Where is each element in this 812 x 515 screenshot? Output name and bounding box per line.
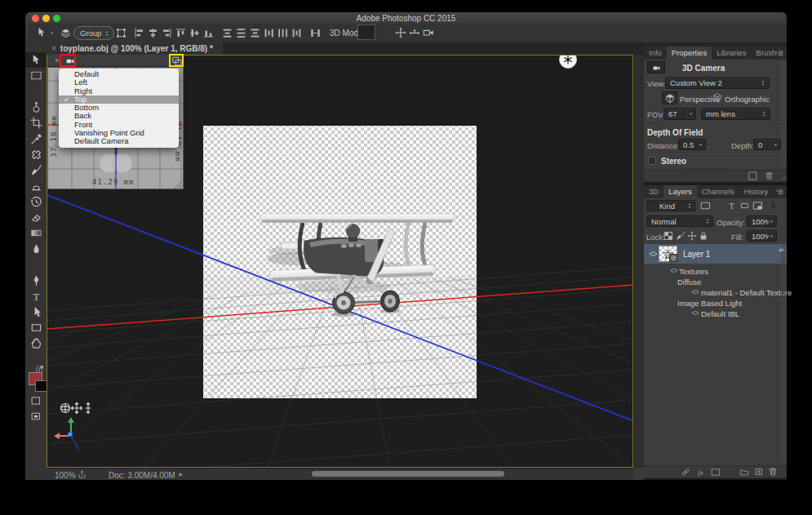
delete-icon[interactable] <box>765 171 774 180</box>
move-tool-icon[interactable] <box>36 27 47 38</box>
camera-view-menu[interactable]: DefaultLeftRight✓TopBottomBackFrontVanis… <box>59 69 179 148</box>
show-transform-controls-icon[interactable] <box>116 28 126 38</box>
layer-tree-item[interactable]: Diffuse <box>677 277 701 286</box>
auto-select-group-dropdown[interactable]: Group <box>73 26 114 40</box>
new-layer-icon[interactable] <box>754 467 764 477</box>
filter-pixel-layers-icon[interactable] <box>700 201 711 211</box>
opacity-input[interactable]: 100% <box>747 215 777 227</box>
filter-adjustment-layers-icon[interactable] <box>713 201 724 211</box>
tool-shape-button[interactable] <box>30 322 42 334</box>
options-bar-grip[interactable] <box>27 26 28 40</box>
tool-quick-select-button[interactable] <box>30 101 42 113</box>
layer-tree-item[interactable]: Image Based Light <box>677 299 742 308</box>
tool-gradient-button[interactable] <box>30 227 42 239</box>
panel-resize-grip-icon[interactable] <box>779 174 786 180</box>
lock-transparent-icon[interactable] <box>663 231 673 241</box>
toggle-live-icon[interactable] <box>748 171 757 180</box>
menu-item-default-camera[interactable]: Default Camera <box>59 137 179 145</box>
align-left-edges-icon[interactable] <box>134 28 144 38</box>
tool-pen-button[interactable] <box>30 274 42 286</box>
doc-size-info[interactable]: Doc: 3.00M/4.00M <box>109 471 175 480</box>
lens-dropdown[interactable]: mm lens <box>701 108 770 120</box>
screen-mode-icon[interactable] <box>30 411 42 421</box>
tool-zoom-button[interactable] <box>30 353 42 366</box>
filter-toggle-icon[interactable] <box>770 200 777 211</box>
link-layers-icon[interactable] <box>681 468 690 477</box>
layer-thumbnail[interactable] <box>659 246 677 262</box>
auto-select-icon[interactable] <box>60 28 71 38</box>
align-vertical-centers-icon[interactable] <box>189 28 200 38</box>
orbit-3d-camera-icon[interactable] <box>361 27 372 38</box>
pan-3d-camera-icon[interactable] <box>395 27 406 38</box>
tool-path-select-button[interactable] <box>30 306 42 318</box>
zoom-3d-camera-icon[interactable] <box>423 27 434 38</box>
distribute-top-edges-icon[interactable] <box>222 28 233 38</box>
fill-input[interactable]: 100% <box>747 230 777 242</box>
align-top-edges-icon[interactable] <box>175 28 186 38</box>
tab-history[interactable]: History <box>739 185 774 198</box>
layer-name[interactable]: Layer 1 <box>683 250 710 259</box>
tool-type-button[interactable]: T <box>30 291 42 303</box>
background-color-swatch[interactable] <box>35 380 47 392</box>
vertical-scrollbar[interactable] <box>633 55 644 468</box>
layer-style-fx-icon[interactable]: fx <box>695 467 706 477</box>
horizontal-scroll-thumb[interactable] <box>312 471 504 477</box>
tab-libraries[interactable]: Libraries <box>712 47 751 60</box>
tool-hand-button[interactable] <box>30 337 42 349</box>
document-tab[interactable]: × toyplane.obj @ 100% (Layer 1, RGB/8) * <box>47 42 223 55</box>
tool-eyedropper-button[interactable] <box>30 133 42 145</box>
panel-menu-icon[interactable] <box>774 49 784 57</box>
visibility-eye-icon[interactable] <box>669 267 679 274</box>
distance-input[interactable]: 0.5 <box>678 139 706 150</box>
visibility-eye-icon[interactable] <box>690 288 700 295</box>
orthographic-cube-icon[interactable] <box>712 93 722 103</box>
tool-preset-caret-icon[interactable] <box>49 30 55 36</box>
tab-layers[interactable]: Layers <box>663 185 697 198</box>
tool-lasso-button[interactable] <box>30 86 42 98</box>
tab-channels[interactable]: Channels <box>697 185 739 198</box>
ibl-light-widget[interactable] <box>560 55 577 69</box>
quick-mask-icon[interactable] <box>30 396 42 406</box>
distribute-left-edges-icon[interactable] <box>264 28 274 38</box>
tab-properties[interactable]: Properties <box>667 47 712 60</box>
close-tab-icon[interactable]: × <box>51 44 56 53</box>
adjustment-layer-icon[interactable] <box>724 468 734 477</box>
distribute-spacing-icon[interactable] <box>310 28 321 38</box>
lock-all-icon[interactable] <box>699 231 708 241</box>
add-mask-icon[interactable] <box>711 468 721 477</box>
distribute-right-edges-icon[interactable] <box>291 28 302 38</box>
tool-crop-button[interactable] <box>30 117 42 129</box>
new-group-icon[interactable] <box>739 468 749 477</box>
filter-kind-dropdown[interactable]: Kind <box>646 200 695 211</box>
align-right-edges-icon[interactable] <box>162 28 172 38</box>
align-bottom-edges-icon[interactable] <box>203 28 214 38</box>
tool-brush-button[interactable] <box>30 164 42 176</box>
layer-tree-item[interactable]: Default IBL <box>701 309 739 318</box>
tab-3d[interactable]: 3D <box>644 185 663 198</box>
tool-history-brush-button[interactable] <box>30 196 42 208</box>
orthographic-label[interactable]: Orthographic <box>725 95 770 104</box>
layer-tree-item[interactable]: material1 - Default Texture <box>701 288 792 297</box>
blend-mode-dropdown[interactable]: Normal <box>646 215 713 227</box>
camera-mode-button[interactable] <box>647 61 665 73</box>
share-export-icon[interactable] <box>78 470 87 479</box>
properties-scroll-strip[interactable] <box>781 61 786 167</box>
close-secondary-view-icon[interactable]: × <box>55 56 59 64</box>
delete-layer-icon[interactable] <box>768 467 778 477</box>
filter-smart-objects-icon[interactable] <box>752 201 763 211</box>
slide-3d-camera-icon[interactable] <box>409 27 420 38</box>
tool-healing-brush-button[interactable] <box>30 149 42 161</box>
layer-row-selected[interactable]: Layer 1 <box>644 244 787 264</box>
layer-tree-item[interactable]: Textures <box>679 267 708 276</box>
layer-visibility-eye-icon[interactable] <box>648 250 659 258</box>
resize-grip-icon[interactable] <box>175 182 181 189</box>
visibility-eye-icon[interactable] <box>690 309 700 317</box>
zoom-level[interactable]: 100% <box>55 471 76 480</box>
tool-clone-stamp-button[interactable] <box>30 180 42 192</box>
tool-move-button[interactable] <box>30 54 42 66</box>
tool-marquee-button[interactable] <box>30 69 42 82</box>
filter-shape-layers-icon[interactable] <box>739 201 750 211</box>
tool-eraser-button[interactable] <box>30 211 42 224</box>
distribute-bottom-edges-icon[interactable] <box>250 28 260 38</box>
fov-input[interactable]: 67 <box>663 108 696 120</box>
